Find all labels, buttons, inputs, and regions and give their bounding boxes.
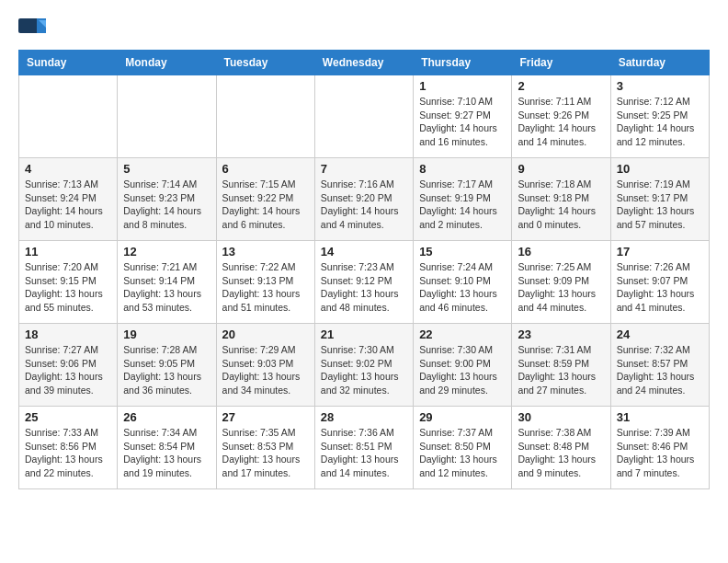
day-number: 4 bbox=[25, 162, 111, 176]
day-info: Sunrise: 7:36 AM Sunset: 8:51 PM Dayligh… bbox=[321, 426, 407, 480]
calendar-cell: 9Sunrise: 7:18 AM Sunset: 9:18 PM Daylig… bbox=[512, 158, 610, 241]
day-info: Sunrise: 7:27 AM Sunset: 9:06 PM Dayligh… bbox=[25, 343, 111, 397]
calendar-cell: 27Sunrise: 7:35 AM Sunset: 8:53 PM Dayli… bbox=[216, 407, 314, 489]
day-number: 11 bbox=[25, 245, 111, 259]
calendar-table: SundayMondayTuesdayWednesdayThursdayFrid… bbox=[18, 50, 710, 489]
day-header-thursday: Thursday bbox=[414, 51, 512, 75]
day-number: 2 bbox=[518, 79, 604, 93]
day-info: Sunrise: 7:11 AM Sunset: 9:26 PM Dayligh… bbox=[518, 95, 604, 149]
day-number: 21 bbox=[321, 327, 407, 341]
calendar-cell: 18Sunrise: 7:27 AM Sunset: 9:06 PM Dayli… bbox=[19, 324, 118, 407]
calendar-week-row: 11Sunrise: 7:20 AM Sunset: 9:15 PM Dayli… bbox=[19, 241, 710, 324]
day-header-monday: Monday bbox=[118, 51, 216, 75]
calendar-cell: 2Sunrise: 7:11 AM Sunset: 9:26 PM Daylig… bbox=[512, 75, 610, 158]
day-info: Sunrise: 7:16 AM Sunset: 9:20 PM Dayligh… bbox=[321, 178, 407, 232]
calendar-cell: 8Sunrise: 7:17 AM Sunset: 9:19 PM Daylig… bbox=[414, 158, 512, 241]
day-info: Sunrise: 7:13 AM Sunset: 9:24 PM Dayligh… bbox=[25, 178, 111, 232]
day-header-sunday: Sunday bbox=[19, 51, 118, 75]
day-number: 20 bbox=[222, 327, 309, 341]
day-info: Sunrise: 7:10 AM Sunset: 9:27 PM Dayligh… bbox=[419, 95, 506, 149]
day-info: Sunrise: 7:33 AM Sunset: 8:56 PM Dayligh… bbox=[25, 426, 111, 480]
day-info: Sunrise: 7:12 AM Sunset: 9:25 PM Dayligh… bbox=[617, 95, 703, 149]
calendar-cell: 13Sunrise: 7:22 AM Sunset: 9:13 PM Dayli… bbox=[216, 241, 314, 324]
day-number: 6 bbox=[222, 162, 309, 176]
calendar-cell bbox=[314, 75, 413, 158]
calendar-cell: 12Sunrise: 7:21 AM Sunset: 9:14 PM Dayli… bbox=[118, 241, 216, 324]
day-number: 10 bbox=[617, 162, 703, 176]
day-header-friday: Friday bbox=[512, 51, 610, 75]
calendar-cell: 4Sunrise: 7:13 AM Sunset: 9:24 PM Daylig… bbox=[19, 158, 118, 241]
day-number: 16 bbox=[518, 245, 604, 259]
day-info: Sunrise: 7:34 AM Sunset: 8:54 PM Dayligh… bbox=[123, 426, 210, 480]
day-number: 27 bbox=[222, 410, 309, 424]
calendar-cell: 7Sunrise: 7:16 AM Sunset: 9:20 PM Daylig… bbox=[314, 158, 413, 241]
day-number: 29 bbox=[419, 410, 506, 424]
day-number: 15 bbox=[419, 245, 506, 259]
calendar-cell: 21Sunrise: 7:30 AM Sunset: 9:02 PM Dayli… bbox=[314, 324, 413, 407]
day-info: Sunrise: 7:23 AM Sunset: 9:12 PM Dayligh… bbox=[321, 260, 407, 315]
day-number: 12 bbox=[123, 245, 210, 259]
day-number: 24 bbox=[617, 327, 703, 341]
day-info: Sunrise: 7:24 AM Sunset: 9:10 PM Dayligh… bbox=[419, 260, 506, 315]
day-number: 3 bbox=[617, 79, 703, 93]
calendar-week-row: 25Sunrise: 7:33 AM Sunset: 8:56 PM Dayli… bbox=[19, 407, 710, 489]
day-info: Sunrise: 7:22 AM Sunset: 9:13 PM Dayligh… bbox=[222, 260, 309, 315]
day-number: 30 bbox=[518, 410, 604, 424]
day-info: Sunrise: 7:30 AM Sunset: 9:02 PM Dayligh… bbox=[321, 343, 407, 397]
calendar-cell: 22Sunrise: 7:30 AM Sunset: 9:00 PM Dayli… bbox=[414, 324, 512, 407]
calendar-cell: 14Sunrise: 7:23 AM Sunset: 9:12 PM Dayli… bbox=[314, 241, 413, 324]
day-info: Sunrise: 7:17 AM Sunset: 9:19 PM Dayligh… bbox=[419, 178, 506, 232]
page-header bbox=[18, 18, 710, 40]
calendar-cell: 15Sunrise: 7:24 AM Sunset: 9:10 PM Dayli… bbox=[414, 241, 512, 324]
calendar-cell: 5Sunrise: 7:14 AM Sunset: 9:23 PM Daylig… bbox=[118, 158, 216, 241]
calendar-cell: 26Sunrise: 7:34 AM Sunset: 8:54 PM Dayli… bbox=[118, 407, 216, 489]
calendar-week-row: 4Sunrise: 7:13 AM Sunset: 9:24 PM Daylig… bbox=[19, 158, 710, 241]
day-number: 25 bbox=[25, 410, 111, 424]
day-info: Sunrise: 7:19 AM Sunset: 9:17 PM Dayligh… bbox=[617, 178, 703, 232]
day-number: 31 bbox=[617, 410, 703, 424]
calendar-cell: 16Sunrise: 7:25 AM Sunset: 9:09 PM Dayli… bbox=[512, 241, 610, 324]
calendar-cell: 30Sunrise: 7:38 AM Sunset: 8:48 PM Dayli… bbox=[512, 407, 610, 489]
calendar-cell: 31Sunrise: 7:39 AM Sunset: 8:46 PM Dayli… bbox=[610, 407, 709, 489]
day-number: 8 bbox=[419, 162, 506, 176]
day-number: 26 bbox=[123, 410, 210, 424]
day-info: Sunrise: 7:20 AM Sunset: 9:15 PM Dayligh… bbox=[25, 260, 111, 315]
calendar-cell: 20Sunrise: 7:29 AM Sunset: 9:03 PM Dayli… bbox=[216, 324, 314, 407]
day-number: 28 bbox=[321, 410, 407, 424]
calendar-cell: 11Sunrise: 7:20 AM Sunset: 9:15 PM Dayli… bbox=[19, 241, 118, 324]
day-info: Sunrise: 7:26 AM Sunset: 9:07 PM Dayligh… bbox=[617, 260, 703, 315]
calendar-cell: 17Sunrise: 7:26 AM Sunset: 9:07 PM Dayli… bbox=[610, 241, 709, 324]
day-number: 13 bbox=[222, 245, 309, 259]
logo bbox=[18, 18, 50, 40]
day-info: Sunrise: 7:39 AM Sunset: 8:46 PM Dayligh… bbox=[617, 426, 703, 480]
logo-icon bbox=[18, 18, 46, 40]
day-number: 7 bbox=[321, 162, 407, 176]
day-number: 9 bbox=[518, 162, 604, 176]
day-info: Sunrise: 7:30 AM Sunset: 9:00 PM Dayligh… bbox=[419, 343, 506, 397]
calendar-cell: 24Sunrise: 7:32 AM Sunset: 8:57 PM Dayli… bbox=[610, 324, 709, 407]
calendar-cell: 25Sunrise: 7:33 AM Sunset: 8:56 PM Dayli… bbox=[19, 407, 118, 489]
calendar-cell: 3Sunrise: 7:12 AM Sunset: 9:25 PM Daylig… bbox=[610, 75, 709, 158]
day-info: Sunrise: 7:38 AM Sunset: 8:48 PM Dayligh… bbox=[518, 426, 604, 480]
calendar-header-row: SundayMondayTuesdayWednesdayThursdayFrid… bbox=[19, 51, 710, 75]
day-info: Sunrise: 7:28 AM Sunset: 9:05 PM Dayligh… bbox=[123, 343, 210, 397]
calendar-cell bbox=[19, 75, 118, 158]
calendar-week-row: 18Sunrise: 7:27 AM Sunset: 9:06 PM Dayli… bbox=[19, 324, 710, 407]
day-number: 1 bbox=[419, 79, 506, 93]
day-number: 17 bbox=[617, 245, 703, 259]
day-header-wednesday: Wednesday bbox=[314, 51, 413, 75]
calendar-cell: 28Sunrise: 7:36 AM Sunset: 8:51 PM Dayli… bbox=[314, 407, 413, 489]
calendar-cell: 6Sunrise: 7:15 AM Sunset: 9:22 PM Daylig… bbox=[216, 158, 314, 241]
calendar-cell: 1Sunrise: 7:10 AM Sunset: 9:27 PM Daylig… bbox=[414, 75, 512, 158]
day-number: 18 bbox=[25, 327, 111, 341]
day-info: Sunrise: 7:25 AM Sunset: 9:09 PM Dayligh… bbox=[518, 260, 604, 315]
calendar-cell: 19Sunrise: 7:28 AM Sunset: 9:05 PM Dayli… bbox=[118, 324, 216, 407]
day-number: 23 bbox=[518, 327, 604, 341]
calendar-cell bbox=[118, 75, 216, 158]
calendar-cell: 23Sunrise: 7:31 AM Sunset: 8:59 PM Dayli… bbox=[512, 324, 610, 407]
day-info: Sunrise: 7:14 AM Sunset: 9:23 PM Dayligh… bbox=[123, 178, 210, 232]
calendar-cell: 29Sunrise: 7:37 AM Sunset: 8:50 PM Dayli… bbox=[414, 407, 512, 489]
calendar-week-row: 1Sunrise: 7:10 AM Sunset: 9:27 PM Daylig… bbox=[19, 75, 710, 158]
day-info: Sunrise: 7:18 AM Sunset: 9:18 PM Dayligh… bbox=[518, 178, 604, 232]
day-number: 22 bbox=[419, 327, 506, 341]
